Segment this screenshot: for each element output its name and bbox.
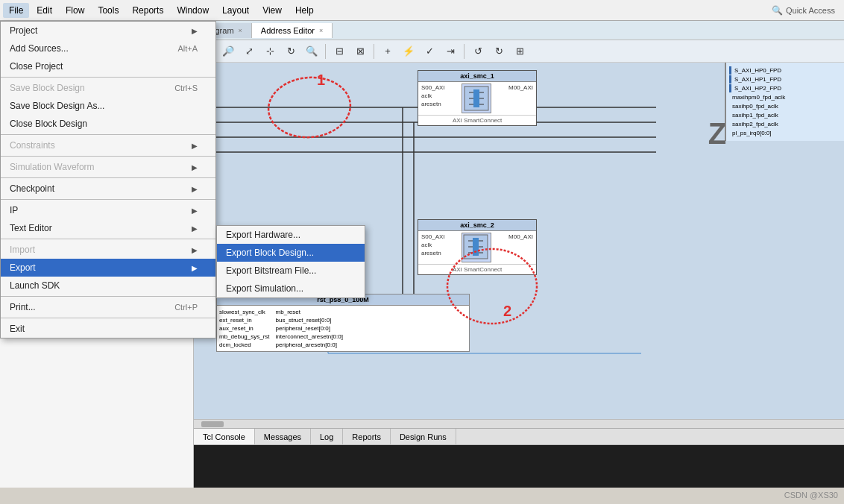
select-btn[interactable]: ⊹ bbox=[261, 42, 279, 60]
menu-flow[interactable]: Flow bbox=[60, 3, 90, 18]
watermark: CSDN @XS30 bbox=[784, 491, 838, 500]
dropdown-close-project[interactable]: Close Project bbox=[1, 57, 215, 75]
close-project-label: Close Project bbox=[10, 61, 63, 72]
menu-layout[interactable]: Layout bbox=[216, 3, 255, 18]
port-m00-axi-2: M00_AXI bbox=[508, 233, 533, 241]
close-block-design-label: Close Block Design bbox=[10, 119, 87, 129]
export-submenu: Export Hardware... Export Block Design..… bbox=[216, 225, 365, 298]
sep-8 bbox=[1, 318, 215, 318]
export-simulation-item[interactable]: Export Simulation... bbox=[217, 280, 365, 297]
dropdown-sim-waveform: Simulation Waveform ▶ bbox=[1, 158, 215, 176]
auto-layout-btn[interactable]: ⇥ bbox=[441, 42, 459, 60]
axi-smc-2-header: axi_smc_2 bbox=[418, 220, 536, 231]
align-btn[interactable]: ⊟ bbox=[330, 42, 348, 60]
sep-3 bbox=[1, 156, 215, 157]
scroll-indicator[interactable] bbox=[194, 419, 844, 428]
rst-port-interconnect: interconnect_aresetn[0:0] bbox=[276, 333, 343, 341]
port-s00-axi-2: S00_AXI bbox=[421, 233, 445, 241]
checkpoint-arrow: ▶ bbox=[192, 185, 198, 193]
menu-view[interactable]: View bbox=[256, 3, 288, 18]
address-editor-tab-close[interactable]: × bbox=[319, 27, 323, 34]
toolbar-div-1 bbox=[325, 44, 326, 59]
redo-btn[interactable]: ↻ bbox=[490, 42, 508, 60]
tcl-console-content[interactable] bbox=[194, 445, 844, 488]
scrollbar-thumb[interactable] bbox=[201, 421, 224, 427]
add-sources-shortcut: Alt+A bbox=[177, 44, 198, 53]
dropdown-close-block-design[interactable]: Close Block Design bbox=[1, 115, 215, 133]
dropdown-constraints: Constraints ▶ bbox=[1, 136, 215, 154]
more-btn[interactable]: ⊞ bbox=[511, 42, 529, 60]
export-hardware-label: Export Hardware... bbox=[226, 230, 300, 240]
ip-arrow: ▶ bbox=[192, 207, 198, 215]
axi-smc-2-block[interactable]: axi_smc_2 S00_AXI aclk aresetn bbox=[418, 219, 537, 275]
menu-window[interactable]: Window bbox=[171, 3, 215, 18]
menu-reports[interactable]: Reports bbox=[126, 3, 169, 18]
port-s-axi-hp2: S_AXI_HP2_FPD bbox=[729, 84, 841, 92]
add-ip-btn[interactable]: + bbox=[379, 42, 397, 60]
dropdown-ip[interactable]: IP ▶ bbox=[1, 201, 215, 219]
rotate-btn[interactable]: ↻ bbox=[282, 42, 300, 60]
dropdown-print[interactable]: Print... Ctrl+P bbox=[1, 298, 215, 316]
svg-text:2: 2 bbox=[503, 303, 511, 319]
fit-btn[interactable]: ⤢ bbox=[240, 42, 258, 60]
sep-6 bbox=[1, 239, 215, 239]
port-m00-axi-1: M00_AXI bbox=[508, 84, 533, 92]
dropdown-import: Import ▶ bbox=[1, 241, 215, 259]
project-arrow: ▶ bbox=[192, 27, 198, 35]
run-connection-btn[interactable]: ⚡ bbox=[400, 42, 418, 60]
dropdown-export[interactable]: Export ▶ bbox=[1, 259, 215, 277]
dropdown-project[interactable]: Project ▶ bbox=[1, 22, 215, 40]
menu-tools[interactable]: Tools bbox=[92, 3, 125, 18]
ip-label: IP bbox=[10, 205, 18, 215]
port-s-axi-hp0: S_AXI_HP0_FPD bbox=[729, 66, 841, 75]
dropdown-save-block-design-as[interactable]: Save Block Design As... bbox=[1, 97, 215, 115]
dropdown-exit[interactable]: Exit bbox=[1, 320, 215, 338]
undo-btn[interactable]: ↺ bbox=[469, 42, 487, 60]
export-block-design-item[interactable]: Export Block Design... bbox=[217, 244, 365, 262]
dropdown-launch-sdk[interactable]: Launch SDK bbox=[1, 277, 215, 294]
launch-sdk-label: Launch SDK bbox=[10, 280, 60, 291]
diagram-tab-close[interactable]: × bbox=[239, 27, 242, 34]
save-block-design-label: Save Block Design bbox=[10, 83, 85, 93]
export-hardware-item[interactable]: Export Hardware... bbox=[217, 226, 365, 244]
dropdown-text-editor[interactable]: Text Editor ▶ bbox=[1, 219, 215, 237]
port-aresetn-2: aresetn bbox=[421, 249, 445, 257]
svg-rect-13 bbox=[473, 95, 479, 101]
axi-smc-1-block[interactable]: axi_smc_1 S00_AXI aclk aresetn bbox=[418, 70, 537, 126]
rst-port-aux: aux_reset_in bbox=[219, 324, 270, 333]
search-btn[interactable]: 🔍 bbox=[303, 42, 321, 60]
port-aresetn-1: aresetn bbox=[421, 100, 445, 108]
distribute-btn[interactable]: ⊠ bbox=[351, 42, 369, 60]
svg-rect-19 bbox=[473, 238, 479, 244]
svg-rect-20 bbox=[473, 244, 479, 250]
port-s00-axi-1: S00_AXI bbox=[421, 84, 445, 92]
zoom-out-btn[interactable]: 🔎 bbox=[219, 42, 237, 60]
log-tab[interactable]: Log bbox=[311, 429, 343, 444]
rst-block[interactable]: rst_ps8_0_100M slowest_sync_clk ext_rese… bbox=[216, 294, 470, 352]
rst-port-dcm: dcm_locked bbox=[219, 341, 270, 349]
right-ports-panel: S_AXI_HP0_FPD S_AXI_HP1_FPD S_AXI_HP2_FP… bbox=[725, 63, 844, 141]
import-arrow: ▶ bbox=[192, 246, 198, 254]
reports-tab[interactable]: Reports bbox=[343, 429, 391, 444]
port-saxihp2-aclk: saxihp2_fpd_aclk bbox=[729, 120, 841, 128]
validate-btn[interactable]: ✓ bbox=[421, 42, 438, 60]
tcl-console-tab[interactable]: Tcl Console bbox=[194, 429, 255, 444]
rst-port-mb-reset: mb_reset bbox=[276, 308, 343, 316]
dropdown-add-sources[interactable]: Add Sources... Alt+A bbox=[1, 40, 215, 57]
menu-edit[interactable]: Edit bbox=[31, 3, 58, 18]
port-saxihp1-aclk: saxihp1_fpd_aclk bbox=[729, 111, 841, 119]
menu-help[interactable]: Help bbox=[289, 3, 320, 18]
export-bitstream-item[interactable]: Export Bitstream File... bbox=[217, 262, 365, 280]
messages-tab[interactable]: Messages bbox=[255, 429, 311, 444]
dropdown-checkpoint[interactable]: Checkpoint ▶ bbox=[1, 180, 215, 198]
design-runs-tab[interactable]: Design Runs bbox=[391, 429, 456, 444]
port-s-axi-hp1: S_AXI_HP1_FPD bbox=[729, 75, 841, 84]
file-dropdown: Project ▶ Add Sources... Alt+A Close Pro… bbox=[0, 21, 216, 338]
address-editor-tab[interactable]: Address Editor × bbox=[252, 23, 333, 38]
sep-7 bbox=[1, 296, 215, 297]
menu-file[interactable]: File bbox=[3, 3, 29, 18]
axi-smc-2-right-ports: M00_AXI bbox=[508, 233, 533, 262]
axi-smc-1-header: axi_smc_1 bbox=[418, 71, 536, 82]
sim-waveform-label: Simulation Waveform bbox=[10, 162, 95, 172]
rst-port-periph-aresetn: peripheral_aresetn[0:0] bbox=[276, 341, 343, 349]
